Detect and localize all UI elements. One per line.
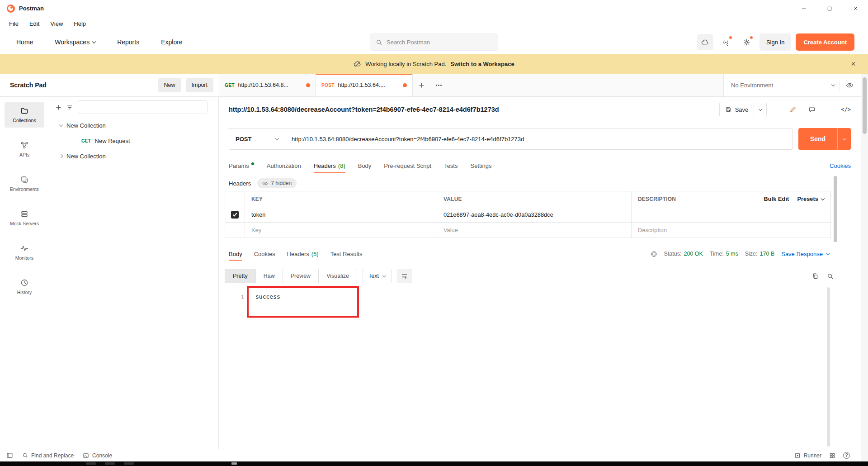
nav-workspaces[interactable]: Workspaces <box>55 38 95 46</box>
headers-section-header: Headers 7 hidden <box>219 176 861 191</box>
sidebar-item-history[interactable]: History <box>5 274 44 300</box>
banner-switch-workspace-link[interactable]: Switch to a Workspace <box>450 61 514 67</box>
tree-item-collection-1[interactable]: New Collection <box>49 118 218 133</box>
close-button[interactable] <box>842 0 868 17</box>
method-dropdown[interactable]: POST <box>229 128 285 150</box>
send-options-button[interactable] <box>837 128 851 150</box>
menubar: File Edit View Help <box>0 17 868 30</box>
capture-requests-button[interactable] <box>718 34 734 50</box>
sidebar-item-collections[interactable]: Collections <box>5 102 44 128</box>
edit-button[interactable] <box>789 106 797 113</box>
nav-reports[interactable]: Reports <box>117 38 139 46</box>
menu-help[interactable]: Help <box>74 20 86 27</box>
description-placeholder-cell[interactable]: Description <box>631 223 830 238</box>
sign-in-button[interactable]: Sign In <box>760 33 791 51</box>
value-placeholder-cell[interactable]: Value <box>437 223 631 238</box>
header-key-cell[interactable]: token <box>245 207 437 222</box>
key-placeholder-cell[interactable]: Key <box>245 223 437 238</box>
copy-response-button[interactable] <box>812 273 819 280</box>
response-tab-headers[interactable]: Headers (5) <box>287 245 319 263</box>
header-value-cell[interactable]: 021e6897-aea8-4edc-ac0e-d0a0a3288dce <box>437 207 631 222</box>
tab-post-request-active[interactable]: POST http://10.1.53.64:... <box>316 74 413 96</box>
menu-view[interactable]: View <box>50 20 63 27</box>
response-tab-test-results[interactable]: Test Results <box>330 245 363 263</box>
global-search[interactable] <box>370 33 498 51</box>
trash-button[interactable] <box>829 452 835 459</box>
view-raw[interactable]: Raw <box>255 269 283 283</box>
banner-close-icon[interactable] <box>850 61 856 67</box>
sidebar-item-mock-servers[interactable]: Mock Servers <box>5 205 44 231</box>
response-tab-body[interactable]: Body <box>229 245 242 263</box>
tab-body[interactable]: Body <box>358 156 372 176</box>
environment-quick-look-button[interactable] <box>839 80 854 90</box>
panel-scrollbar-thumb[interactable] <box>834 176 837 242</box>
maximize-button[interactable] <box>816 0 842 17</box>
tab-settings[interactable]: Settings <box>470 156 491 176</box>
hidden-headers-toggle[interactable]: 7 hidden <box>257 178 297 188</box>
cookies-link[interactable]: Cookies <box>830 162 851 169</box>
toggle-sidebar-button[interactable] <box>6 452 13 459</box>
search-input[interactable] <box>387 39 492 46</box>
view-visualize[interactable]: Visualize <box>318 269 357 283</box>
save-response-dropdown[interactable]: Save Response <box>781 251 829 257</box>
presets-dropdown[interactable]: Presets <box>797 196 824 202</box>
nav-home[interactable]: Home <box>16 38 33 46</box>
chevron-down-icon[interactable] <box>831 82 835 86</box>
import-button[interactable]: Import <box>186 78 213 92</box>
response-scrollbar-thumb[interactable] <box>827 287 830 447</box>
create-account-button[interactable]: Create Account <box>796 33 854 51</box>
globe-icon[interactable] <box>651 251 657 257</box>
minimize-button[interactable] <box>791 0 816 17</box>
runner-button[interactable]: Runner <box>794 452 821 459</box>
find-and-replace-button[interactable]: Find and Replace <box>22 452 74 459</box>
environment-selector[interactable]: No Environment <box>731 82 827 89</box>
tree-item-collection-2[interactable]: New Collection <box>49 148 218 164</box>
wrap-lines-button[interactable] <box>397 269 412 283</box>
tree-item-request[interactable]: GET New Request <box>49 133 218 148</box>
method-label: POST <box>321 82 335 88</box>
tab-params[interactable]: Params <box>229 156 254 176</box>
comment-button[interactable] <box>808 106 816 113</box>
window-scrollbar[interactable] <box>861 74 868 466</box>
settings-button[interactable] <box>739 34 755 50</box>
window-titlebar: Postman <box>0 0 868 17</box>
view-preview[interactable]: Preview <box>283 269 318 283</box>
row-checkbox-checked[interactable] <box>231 211 239 219</box>
code-snippet-button[interactable]: </> <box>841 106 851 113</box>
search-response-button[interactable] <box>827 273 834 280</box>
menu-edit[interactable]: Edit <box>29 20 39 27</box>
view-pretty[interactable]: Pretty <box>225 269 255 283</box>
status-bar: Find and Replace Console Runner ? <box>0 449 861 461</box>
tab-pre-request-script[interactable]: Pre-request Script <box>384 156 431 176</box>
window-scrollbar-thumb[interactable] <box>863 77 867 134</box>
sidebar-item-monitors[interactable]: Monitors <box>5 240 44 265</box>
sidebar-item-environments[interactable]: Environments <box>5 171 44 196</box>
console-button[interactable]: Console <box>83 452 112 459</box>
nav-explore[interactable]: Explore <box>161 38 182 46</box>
add-collection-button[interactable] <box>55 104 62 111</box>
column-value: VALUE <box>437 191 631 207</box>
new-tab-button[interactable] <box>413 74 430 96</box>
sidebar-item-apis[interactable]: APIs <box>5 137 44 162</box>
save-button[interactable]: Save <box>720 102 754 117</box>
sync-cloud-button[interactable] <box>697 34 713 50</box>
header-description-cell[interactable] <box>631 207 830 222</box>
filter-button[interactable] <box>66 104 73 111</box>
menu-file[interactable]: File <box>9 20 19 27</box>
send-button[interactable]: Send <box>798 128 837 150</box>
tab-tests[interactable]: Tests <box>444 156 458 176</box>
new-button[interactable]: New <box>158 78 181 92</box>
response-tab-cookies[interactable]: Cookies <box>254 245 275 263</box>
collections-search-input[interactable] <box>78 100 208 114</box>
tab-authorization[interactable]: Authorization <box>267 156 301 176</box>
save-options-button[interactable] <box>754 102 766 117</box>
tab-headers[interactable]: Headers (8) <box>314 156 345 176</box>
tab-options-button[interactable] <box>430 74 447 96</box>
bulk-edit-button[interactable]: Bulk Edit <box>764 196 789 202</box>
help-button[interactable]: ? <box>843 452 850 459</box>
annotation-box <box>247 286 359 318</box>
url-input[interactable] <box>285 128 793 150</box>
taskbar-icon <box>86 462 96 465</box>
tab-get-request[interactable]: GET http://10.1.53.64:8... <box>219 74 316 96</box>
response-format-dropdown[interactable]: Text <box>363 269 392 283</box>
